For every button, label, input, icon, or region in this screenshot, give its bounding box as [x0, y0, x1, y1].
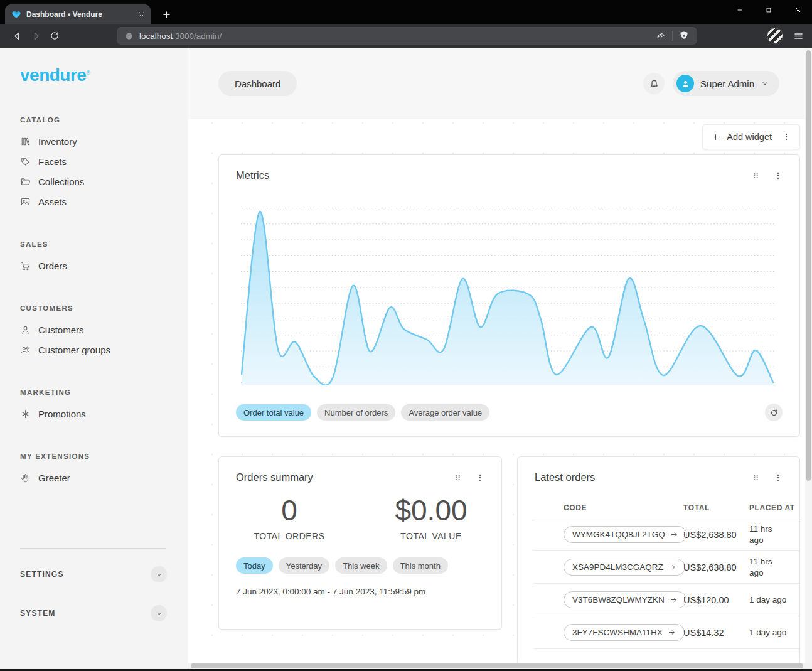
sidebar-item-customer-groups[interactable]: Customer groups	[20, 340, 188, 360]
site-info-icon[interactable]	[124, 31, 134, 41]
back-button[interactable]	[8, 26, 26, 45]
order-code: 3FY7FSCWSHMA11HX	[572, 628, 663, 637]
sidebar-item-label: Facets	[38, 156, 67, 167]
sidebar-item-label: Greeter	[38, 473, 70, 483]
browser-menu-icon[interactable]	[793, 30, 804, 42]
browser-tab[interactable]: Dashboard • Vendure	[5, 4, 151, 24]
vertical-scrollbar-thumb[interactable]	[806, 50, 811, 481]
share-icon[interactable]	[655, 30, 666, 41]
window-titlebar: Dashboard • Vendure	[0, 0, 812, 24]
horizontal-scrollbar[interactable]	[188, 663, 812, 669]
reload-button[interactable]	[45, 26, 64, 45]
browser-profile-avatar[interactable]	[767, 28, 783, 44]
chevron-down-icon[interactable]	[151, 605, 167, 621]
sidebar-item-label: Collections	[38, 176, 84, 187]
order-code: V3T6BW8ZQLWMYZKN	[572, 595, 665, 604]
browser-toolbar: localhost:3000/admin/	[0, 24, 812, 48]
sidebar-section-customers: CUSTOMERSCustomersCustomer groups	[20, 304, 188, 360]
column-header-code: CODE	[534, 503, 683, 512]
minimize-button[interactable]	[725, 0, 754, 19]
refresh-button[interactable]	[765, 404, 783, 421]
user-name: Super Admin	[700, 78, 754, 89]
range-chip-today[interactable]: Today	[236, 557, 273, 574]
drag-handle-icon[interactable]	[751, 171, 761, 180]
sidebar-item-collections[interactable]: Collections	[20, 171, 188, 191]
sidebar-item-label: Promotions	[38, 409, 86, 419]
range-chip-this-week[interactable]: This week	[335, 557, 387, 574]
kebab-menu-icon[interactable]	[773, 171, 783, 181]
order-placed-at: 11 hrs ago	[749, 556, 787, 578]
sidebar-group-settings[interactable]: SETTINGS	[20, 561, 188, 588]
latest-orders-widget: Latest orders CODETOTALPLACED AT WYMGK4T…	[517, 456, 800, 665]
order-code-link[interactable]: 3FY7FSCWSHMA11HX	[564, 624, 685, 641]
notifications-button[interactable]	[643, 73, 665, 94]
orders-summary-widget: Orders summary 0 TOTAL ORDERS $0.00	[218, 456, 502, 630]
order-code-link[interactable]: XSA9PD4LM3CGAQRZ	[564, 559, 685, 576]
horizontal-scrollbar-thumb[interactable]	[191, 663, 803, 668]
sidebar-item-greeter[interactable]: Greeter	[20, 468, 188, 488]
section-label: SALES	[20, 240, 188, 248]
tab-close-icon[interactable]	[137, 10, 146, 18]
sidebar-item-assets[interactable]: Assets	[20, 191, 188, 212]
table-row: XSA9PD4LM3CGAQRZUS$2,638.8011 hrs ago	[534, 551, 799, 584]
add-widget-button[interactable]: Add widget	[702, 124, 800, 149]
sidebar-item-promotions[interactable]: Promotions	[20, 404, 188, 424]
order-code: XSA9PD4LM3CGAQRZ	[572, 562, 663, 572]
inventory-icon	[20, 136, 31, 147]
date-range-text: 7 Jun 2023, 0:00:00 am - 7 Jun 2023, 11:…	[219, 587, 501, 596]
plus-icon	[711, 132, 720, 142]
sidebar-group-system[interactable]: SYSTEM	[20, 600, 188, 626]
arrow-right-icon	[668, 563, 676, 571]
collections-icon	[20, 176, 31, 187]
metric-chip-order-total-value[interactable]: Order total value	[236, 404, 311, 421]
kebab-menu-icon[interactable]	[475, 473, 485, 483]
metric-chip-average-order-value[interactable]: Average order value	[401, 404, 489, 421]
refresh-icon	[769, 408, 779, 417]
drag-handle-icon[interactable]	[453, 473, 462, 482]
url-divider	[672, 31, 673, 41]
sidebar-item-orders[interactable]: Orders	[20, 255, 188, 276]
maximize-button[interactable]	[754, 0, 783, 19]
sidebar-item-inventory[interactable]: Inventory	[20, 131, 188, 151]
url-bar[interactable]: localhost:3000/admin/	[117, 27, 697, 45]
range-chip-yesterday[interactable]: Yesterday	[279, 557, 329, 574]
kebab-menu-icon[interactable]	[773, 473, 783, 483]
user-menu[interactable]: Super Admin	[673, 71, 779, 96]
order-placed-at: 1 day ago	[749, 627, 787, 638]
logo-registered-mark: ®	[86, 70, 90, 76]
table-row: V3T6BW8ZQLWMYZKNUS$120.001 day ago	[534, 584, 799, 616]
arrow-right-icon	[670, 530, 678, 539]
arrow-right-icon	[668, 628, 676, 636]
order-placed-at: 11 hrs ago	[749, 523, 787, 545]
metric-chip-number-of-orders[interactable]: Number of orders	[317, 404, 395, 421]
order-code: WYMGK4TQQ8JL2TGQ	[572, 530, 665, 539]
sidebar: vendure® CATALOGInventoryFacetsCollectio…	[0, 48, 188, 671]
sidebar-divider	[20, 548, 166, 549]
range-chip-this-month[interactable]: This month	[393, 557, 448, 574]
main-content: Dashboard Super Admin Add widget	[188, 48, 812, 671]
kebab-menu-icon[interactable]	[781, 132, 791, 142]
vendure-logo[interactable]: vendure®	[20, 65, 188, 85]
drag-handle-icon[interactable]	[751, 473, 761, 482]
avatar	[676, 75, 694, 92]
sidebar-item-customers[interactable]: Customers	[20, 319, 188, 340]
total-orders-value: 0	[236, 493, 343, 527]
order-code-link[interactable]: V3T6BW8ZQLWMYZKN	[564, 591, 686, 608]
chevron-down-icon[interactable]	[151, 566, 167, 582]
forward-button[interactable]	[26, 26, 45, 45]
order-placed-at: 1 day ago	[749, 594, 787, 606]
brave-shield-icon[interactable]	[678, 30, 690, 41]
bell-icon	[648, 78, 660, 90]
new-tab-button[interactable]	[158, 6, 174, 23]
sidebar-item-label: Customers	[38, 325, 84, 335]
section-label: MARKETING	[20, 389, 188, 396]
close-button[interactable]	[783, 0, 812, 19]
sidebar-section-marketing: MARKETINGPromotions	[20, 389, 188, 424]
sidebar-item-facets[interactable]: Facets	[20, 151, 188, 171]
order-code-link[interactable]: WYMGK4TQQ8JL2TGQ	[564, 526, 687, 543]
sidebar-item-label: Inventory	[38, 136, 77, 147]
url-text: localhost:3000/admin/	[139, 31, 649, 41]
vertical-scrollbar[interactable]	[805, 48, 812, 663]
sidebar-nav: CATALOGInventoryFacetsCollectionsAssetsS…	[20, 116, 188, 488]
table-row: 3FY7FSCWSHMA11HXUS$14.321 day ago	[534, 616, 799, 649]
